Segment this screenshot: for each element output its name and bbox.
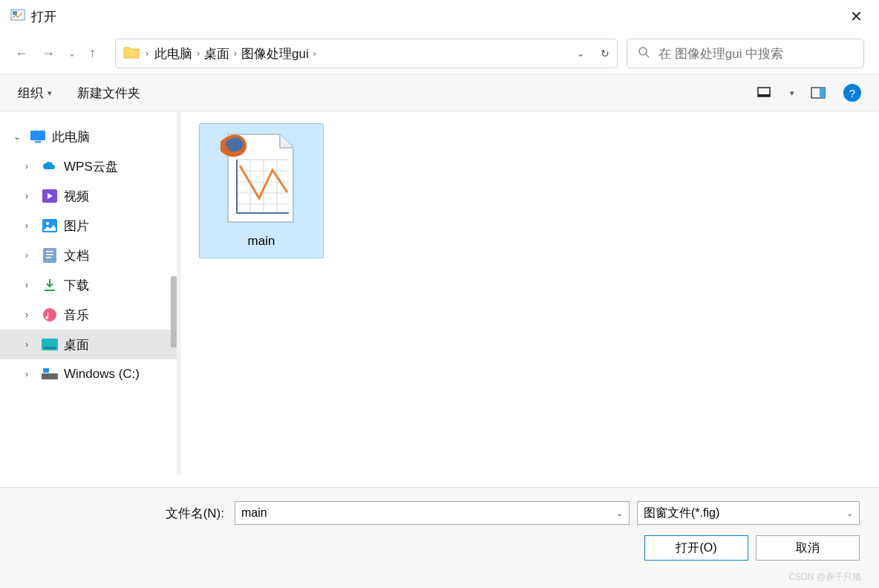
folder-icon: [123, 45, 140, 62]
svg-point-2: [639, 48, 647, 55]
new-folder-label: 新建文件夹: [77, 85, 140, 102]
content-area: ⌄ 此电脑 › WPS云盘 › 视频 › 图片 › 文档 › 下载: [0, 111, 879, 475]
chevron-down-icon[interactable]: ⌄: [616, 509, 623, 518]
chevron-right-icon: ›: [197, 48, 200, 59]
app-icon: [10, 7, 25, 25]
chevron-right-icon: ›: [234, 48, 237, 59]
new-folder-button[interactable]: 新建文件夹: [77, 85, 140, 102]
svg-rect-15: [46, 251, 53, 252]
breadcrumb-segment[interactable]: 图像处理gui: [241, 45, 309, 62]
title-bar: 打开 ✕: [0, 0, 879, 33]
cloud-icon: [42, 158, 58, 174]
cancel-button-label: 取消: [796, 540, 820, 556]
close-button[interactable]: ✕: [844, 4, 869, 28]
open-button[interactable]: 打开(O): [644, 535, 748, 561]
chevron-right-icon[interactable]: ›: [25, 310, 36, 320]
address-bar[interactable]: › 此电脑 › 桌面 › 图像处理gui › ⌄ ↻: [115, 39, 618, 68]
tree-item-label: Windows (C:): [64, 367, 140, 382]
scrollbar-thumb[interactable]: [171, 276, 177, 347]
tree-item-label: 文档: [64, 247, 89, 264]
tree-item-label: 桌面: [64, 336, 89, 353]
nav-arrows: ← → ⌄ ↑: [15, 46, 96, 62]
sidebar: ⌄ 此电脑 › WPS云盘 › 视频 › 图片 › 文档 › 下载: [0, 111, 177, 475]
svg-rect-8: [30, 131, 45, 140]
chevron-right-icon[interactable]: ›: [25, 280, 36, 290]
svg-rect-21: [44, 347, 56, 349]
view-dropdown-icon[interactable]: ▾: [790, 88, 794, 98]
tree-root-this-pc[interactable]: ⌄ 此电脑: [0, 122, 177, 151]
monitor-icon: [30, 128, 46, 145]
tree-item-desktop[interactable]: › 桌面: [0, 330, 177, 359]
tree-item-label: 图片: [64, 218, 89, 235]
dropdown-icon[interactable]: ⌄: [577, 48, 584, 59]
view-mode-button[interactable]: [757, 86, 774, 99]
video-icon: [42, 188, 58, 204]
fig-file-icon: [220, 130, 302, 226]
watermark: CSDN @养千只猫: [788, 571, 861, 584]
svg-rect-9: [35, 141, 41, 143]
help-button[interactable]: ?: [843, 84, 861, 102]
filename-input[interactable]: main ⌄: [235, 501, 630, 525]
breadcrumb-segment[interactable]: 此电脑: [154, 45, 192, 62]
tree-item-label: 视频: [64, 188, 89, 205]
svg-rect-5: [758, 94, 770, 97]
cancel-button[interactable]: 取消: [756, 535, 860, 561]
chevron-right-icon[interactable]: ›: [25, 250, 36, 261]
chevron-down-icon: ▾: [48, 88, 52, 98]
files-pane[interactable]: main: [177, 111, 879, 475]
file-name: main: [206, 234, 317, 249]
chevron-right-icon[interactable]: ›: [25, 220, 36, 231]
filename-label: 文件名(N):: [19, 505, 227, 522]
svg-line-3: [646, 54, 649, 57]
filter-value: 图窗文件(*.fig): [644, 506, 719, 521]
chevron-right-icon[interactable]: ›: [25, 339, 36, 350]
up-button[interactable]: ↑: [89, 45, 96, 61]
search-icon: [638, 46, 650, 62]
svg-rect-18: [45, 290, 55, 291]
breadcrumb-segment[interactable]: 桌面: [204, 45, 229, 62]
tree-root-label: 此电脑: [52, 128, 90, 146]
recent-dropdown-icon[interactable]: ⌄: [68, 48, 76, 59]
open-button-label: 打开(O): [676, 540, 716, 556]
footer: 文件名(N): main ⌄ 图窗文件(*.fig) ⌄ 打开(O) 取消: [0, 487, 879, 588]
tree-item-label: WPS云盘: [64, 158, 118, 175]
chevron-right-icon: ›: [146, 48, 148, 59]
svg-rect-7: [820, 88, 825, 98]
tree-item-videos[interactable]: › 视频: [0, 181, 177, 211]
svg-rect-17: [46, 257, 51, 258]
svg-point-19: [43, 308, 56, 321]
picture-icon: [42, 218, 58, 234]
tree-item-label: 音乐: [64, 307, 89, 324]
search-box[interactable]: 在 图像处理gui 中搜索: [627, 39, 864, 68]
nav-row: ← → ⌄ ↑ › 此电脑 › 桌面 › 图像处理gui › ⌄ ↻ 在 图像处…: [0, 33, 879, 74]
tree-item-wps[interactable]: › WPS云盘: [0, 151, 177, 181]
svg-rect-16: [46, 254, 53, 255]
window-title: 打开: [31, 8, 56, 25]
tree-item-drive-c[interactable]: › Windows (C:): [0, 359, 177, 389]
chevron-down-icon[interactable]: ⌄: [846, 509, 853, 518]
search-placeholder: 在 图像处理gui 中搜索: [659, 45, 783, 62]
chevron-right-icon[interactable]: ›: [25, 369, 36, 379]
chevron-right-icon: ›: [313, 48, 316, 59]
organize-label: 组织: [18, 85, 43, 102]
back-button[interactable]: ←: [15, 46, 28, 62]
chevron-right-icon[interactable]: ›: [25, 191, 36, 201]
chevron-down-icon[interactable]: ⌄: [13, 131, 24, 142]
svg-rect-1: [13, 11, 17, 15]
file-item-main[interactable]: main: [199, 123, 324, 258]
tree-item-music[interactable]: › 音乐: [0, 300, 177, 330]
drive-icon: [42, 366, 58, 382]
tree-item-downloads[interactable]: › 下载: [0, 270, 177, 300]
tree-item-pictures[interactable]: › 图片: [0, 211, 177, 241]
refresh-icon[interactable]: ↻: [601, 48, 610, 59]
file-type-filter[interactable]: 图窗文件(*.fig) ⌄: [637, 501, 860, 525]
desktop-icon: [42, 336, 58, 353]
svg-rect-23: [43, 368, 49, 373]
tree-item-documents[interactable]: › 文档: [0, 241, 177, 270]
preview-pane-button[interactable]: [811, 86, 827, 99]
forward-button[interactable]: →: [42, 46, 55, 62]
download-icon: [42, 277, 58, 293]
organize-button[interactable]: 组织 ▾: [18, 85, 52, 102]
music-icon: [42, 307, 58, 323]
chevron-right-icon[interactable]: ›: [25, 161, 36, 172]
